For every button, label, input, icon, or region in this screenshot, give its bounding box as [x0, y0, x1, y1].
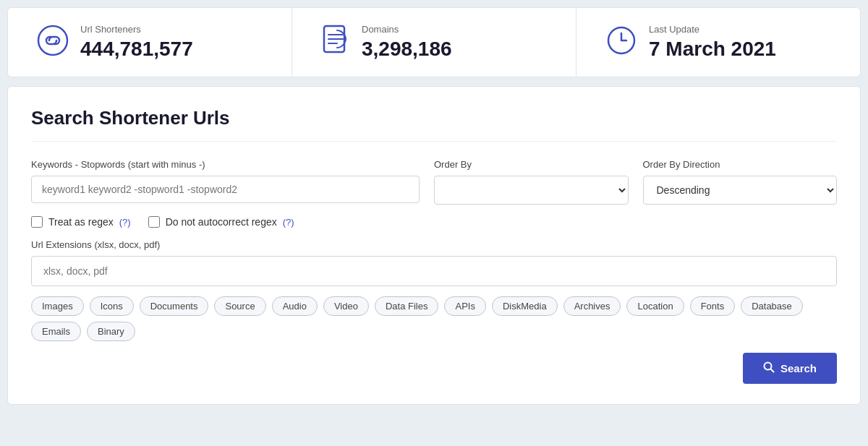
no-autocorrect-label: Do not autocorrect regex	[166, 216, 277, 228]
tag-emails[interactable]: Emails	[31, 322, 81, 341]
stat-url-shorteners: Url Shorteners 444,781,577	[8, 8, 292, 77]
treat-regex-label: Treat as regex	[48, 216, 114, 228]
tag-audio[interactable]: Audio	[272, 296, 318, 316]
order-direction-label: Order By Direction	[643, 159, 838, 170]
clock-icon	[605, 25, 637, 61]
checkbox-row: Treat as regex (?) Do not autocorrect re…	[31, 216, 837, 228]
document-icon	[321, 25, 350, 61]
order-direction-select[interactable]: Descending Ascending	[643, 176, 838, 205]
stat-domains: Domains 3,298,186	[292, 8, 576, 77]
keywords-label: Keywords - Stopwords (start with minus -…	[31, 159, 420, 170]
tag-data-files[interactable]: Data Files	[375, 296, 439, 316]
link-icon	[37, 25, 69, 61]
stat-url-shorteners-value: 444,781,577	[80, 38, 193, 61]
search-button-label: Search	[780, 362, 817, 374]
tag-archives[interactable]: Archives	[563, 296, 621, 316]
order-by-group: Order By	[434, 159, 629, 205]
tag-fonts[interactable]: Fonts	[690, 296, 736, 316]
svg-point-0	[38, 26, 67, 55]
keywords-input[interactable]	[31, 176, 420, 203]
order-by-select[interactable]	[434, 176, 629, 205]
search-icon	[763, 361, 775, 375]
tag-video[interactable]: Video	[323, 296, 369, 316]
tag-documents[interactable]: Documents	[140, 296, 209, 316]
tag-apis[interactable]: APIs	[444, 296, 485, 316]
stat-last-update: Last Update 7 March 2021	[576, 8, 860, 77]
extensions-input[interactable]	[31, 256, 837, 286]
tag-source[interactable]: Source	[214, 296, 265, 316]
stat-last-update-value: 7 March 2021	[649, 38, 776, 61]
extensions-label: Url Extensions (xlsx, docx, pdf)	[31, 239, 837, 250]
tag-location[interactable]: Location	[626, 296, 684, 316]
tag-binary[interactable]: Binary	[87, 322, 135, 341]
tag-diskmedia[interactable]: DiskMedia	[492, 296, 558, 316]
stat-domains-text: Domains 3,298,186	[362, 24, 452, 61]
no-autocorrect-help[interactable]: (?)	[283, 217, 294, 228]
tag-icons[interactable]: Icons	[90, 296, 134, 316]
search-button[interactable]: Search	[743, 353, 837, 384]
stat-last-update-text: Last Update 7 March 2021	[649, 24, 776, 61]
no-autocorrect-checkbox[interactable]	[148, 216, 160, 228]
stat-url-shorteners-label: Url Shorteners	[80, 24, 193, 35]
stat-domains-label: Domains	[362, 24, 452, 35]
order-by-label: Order By	[434, 159, 629, 170]
tags-row: ImagesIconsDocumentsSourceAudioVideoData…	[31, 296, 837, 341]
no-autocorrect-item[interactable]: Do not autocorrect regex (?)	[148, 216, 294, 228]
tag-images[interactable]: Images	[31, 296, 84, 316]
order-direction-group: Order By Direction Descending Ascending	[643, 159, 838, 205]
treat-regex-item[interactable]: Treat as regex (?)	[31, 216, 131, 228]
stats-bar: Url Shorteners 444,781,577 Domains 3,298…	[7, 7, 861, 77]
tag-database[interactable]: Database	[741, 296, 803, 316]
search-panel: Search Shortener Urls Keywords - Stopwor…	[7, 86, 861, 405]
form-row-keywords: Keywords - Stopwords (start with minus -…	[31, 159, 837, 205]
keywords-group: Keywords - Stopwords (start with minus -…	[31, 159, 420, 203]
stat-url-shorteners-text: Url Shorteners 444,781,577	[80, 24, 193, 61]
treat-regex-checkbox[interactable]	[31, 216, 43, 228]
stat-last-update-label: Last Update	[649, 24, 776, 35]
search-title: Search Shortener Urls	[31, 107, 837, 142]
stat-domains-value: 3,298,186	[362, 38, 452, 61]
treat-regex-help[interactable]: (?)	[119, 217, 131, 228]
search-footer: Search	[31, 353, 837, 384]
